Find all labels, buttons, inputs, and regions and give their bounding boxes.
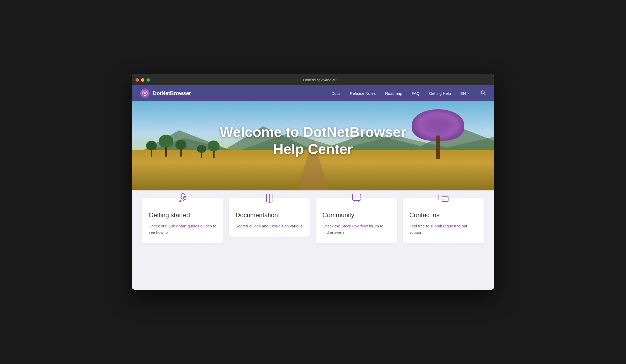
titlebar: Embedding.AvaloniaUi xyxy=(132,74,494,85)
doc-and: and xyxy=(261,224,269,228)
getting-started-prefix: Check our xyxy=(149,224,168,228)
nav-roadmap[interactable]: Roadmap xyxy=(385,91,402,96)
doc-suffix: on various xyxy=(283,224,302,228)
navbar: DotNetBrowser Docs Release Notes Roadmap… xyxy=(132,85,494,101)
card-wrapper-community: Community Check the Stack Overflow forum… xyxy=(316,190,397,243)
svg-rect-2 xyxy=(144,93,146,94)
nav-logo xyxy=(140,89,150,98)
browser-content: DotNetBrowser Docs Release Notes Roadmap… xyxy=(132,85,494,290)
community-title: Community xyxy=(322,211,390,219)
small-tree-1 xyxy=(146,141,157,157)
cards-section: Getting started Check our Quick start gu… xyxy=(132,190,494,290)
svg-line-4 xyxy=(484,93,485,95)
documentation-text: Search guides and tutorials on various xyxy=(236,223,304,229)
nav-docs[interactable]: Docs xyxy=(331,91,340,96)
contact-icon xyxy=(436,190,451,206)
getting-started-title: Getting started xyxy=(149,211,217,219)
stackoverflow-link[interactable]: Stack Overflow xyxy=(341,224,368,228)
submit-request-link[interactable]: submit request xyxy=(430,224,456,228)
svg-rect-8 xyxy=(352,194,361,200)
nav-faq[interactable]: FAQ xyxy=(412,91,420,96)
book-icon xyxy=(262,190,278,206)
hero-title-line2: Help Center xyxy=(273,141,353,157)
nav-brand: DotNetBrowser xyxy=(140,89,191,98)
svg-rect-1 xyxy=(144,92,146,93)
close-button[interactable] xyxy=(135,78,139,82)
language-selector[interactable]: EN ▾ xyxy=(460,91,469,96)
doc-prefix: Search xyxy=(236,224,249,228)
hero-title-line1: Welcome to DotNetBrowser xyxy=(220,124,406,140)
lang-label: EN xyxy=(460,91,466,96)
cards-container: Getting started Check our Quick start gu… xyxy=(142,190,484,243)
guides-link[interactable]: guides xyxy=(200,224,212,228)
quick-start-guides-link[interactable]: Quick start guides xyxy=(168,224,199,228)
hero-section: Welcome to DotNetBrowser Help Center xyxy=(132,101,494,190)
contact-prefix: Feel free to xyxy=(409,224,430,228)
brand-name: DotNetBrowser xyxy=(153,90,191,96)
window-title: Embedding.AvaloniaUi xyxy=(150,78,491,82)
rocket-icon xyxy=(175,190,191,206)
community-text: Check the Stack Overflow forum to find a… xyxy=(322,223,390,236)
documentation-title: Documentation xyxy=(236,211,304,219)
minimize-button[interactable] xyxy=(141,78,144,82)
nav-getting-help[interactable]: Getting Help xyxy=(429,91,451,96)
svg-point-7 xyxy=(183,196,185,197)
card-wrapper-contact: Contact us Feel free to submit request t… xyxy=(403,190,484,243)
card-wrapper-getting-started: Getting started Check our Quick start gu… xyxy=(142,190,223,243)
chevron-down-icon: ▾ xyxy=(467,92,469,95)
card-wrapper-documentation: Documentation Search guides and tutorial… xyxy=(229,190,310,243)
contact-title: Contact us xyxy=(409,211,477,219)
getting-started-text: Check our Quick start guides guides to s… xyxy=(149,223,217,236)
browser-window: Embedding.AvaloniaUi DotNetBrowser Docs … xyxy=(132,74,494,290)
contact-text: Feel free to submit request to our suppo… xyxy=(409,223,477,236)
community-prefix: Check the xyxy=(322,224,341,228)
search-button[interactable] xyxy=(481,90,486,97)
traffic-lights xyxy=(135,78,150,82)
nav-release-notes[interactable]: Release Notes xyxy=(350,91,375,96)
hero-title: Welcome to DotNetBrowser Help Center xyxy=(168,123,458,158)
tutorials-link[interactable]: tutorials xyxy=(269,224,283,228)
guides-doc-link[interactable]: guides xyxy=(249,224,261,228)
svg-point-0 xyxy=(143,91,147,96)
maximize-button[interactable] xyxy=(147,78,150,82)
chat-icon xyxy=(349,190,364,206)
nav-links: Docs Release Notes Roadmap FAQ Getting H… xyxy=(331,90,486,97)
